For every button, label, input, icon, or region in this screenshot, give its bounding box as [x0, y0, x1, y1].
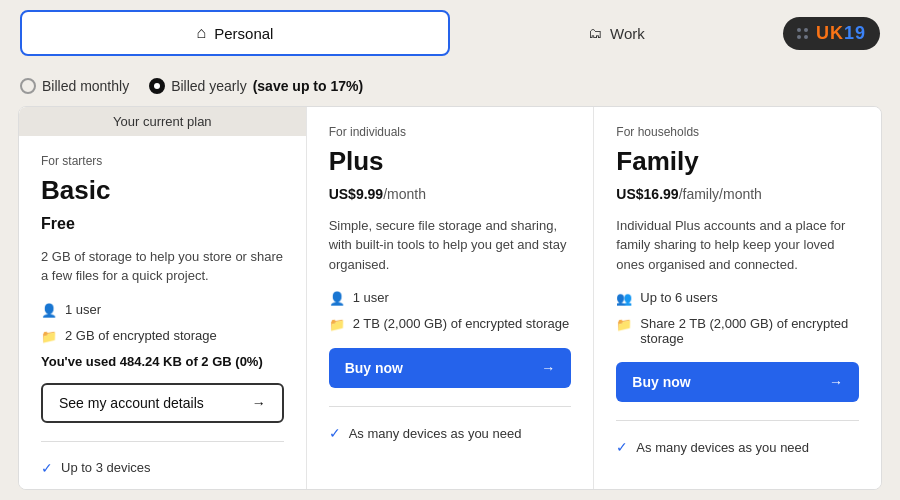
plan-plus-extra: ✓ As many devices as you need	[329, 425, 572, 441]
arrow-right-icon: →	[252, 395, 266, 411]
billing-monthly-label: Billed monthly	[42, 78, 129, 94]
plan-family-tier: For households	[616, 125, 859, 139]
plan-plus-price-amount: US$9.99	[329, 186, 383, 202]
billing-yearly-label: Billed yearly	[171, 78, 246, 94]
user-icon: 👤	[329, 291, 345, 306]
plan-family-feature-1-text: Share 2 TB (2,000 GB) of encrypted stora…	[640, 316, 859, 346]
tab-work[interactable]: 🗂 Work	[460, 13, 773, 54]
tab-personal-label: Personal	[214, 25, 273, 42]
plan-plus-buy-button[interactable]: Buy now →	[329, 348, 572, 388]
plan-plus-tier: For individuals	[329, 125, 572, 139]
billing-section: Billed monthly Billed yearly (save up to…	[0, 66, 900, 106]
plan-family: For households Family US$16.99/family/mo…	[594, 107, 881, 489]
avatar-text: UK19	[816, 23, 866, 44]
plan-plus-feature-0: 👤 1 user	[329, 290, 572, 306]
plan-family-feature-1: 📁 Share 2 TB (2,000 GB) of encrypted sto…	[616, 316, 859, 346]
tab-work-label: Work	[610, 25, 645, 42]
plan-plus-description: Simple, secure file storage and sharing,…	[329, 216, 572, 275]
billing-yearly-option[interactable]: Billed yearly (save up to 17%)	[149, 78, 363, 94]
plan-plus-feature-1-text: 2 TB (2,000 GB) of encrypted storage	[353, 316, 570, 331]
home-icon: ⌂	[197, 24, 207, 42]
plan-family-price-amount: US$16.99	[616, 186, 678, 202]
avatar-badge[interactable]: UK19	[783, 17, 880, 50]
plan-basic-feature-0-text: 1 user	[65, 302, 101, 317]
billing-yearly-save: (save up to 17%)	[253, 78, 363, 94]
plan-plus: For individuals Plus US$9.99/month Simpl…	[307, 107, 595, 489]
plan-plus-buy-label: Buy now	[345, 360, 403, 376]
plan-basic-feature-1-text: 2 GB of encrypted storage	[65, 328, 217, 343]
plans-container: Your current plan For starters Basic Fre…	[18, 106, 882, 490]
plan-family-extra-text: As many devices as you need	[636, 440, 809, 455]
plan-basic-price: Free	[41, 215, 284, 233]
divider	[41, 441, 284, 442]
folder-icon: 📁	[616, 317, 632, 332]
plan-family-name: Family	[616, 147, 859, 176]
plan-basic-extra-text: Up to 3 devices	[61, 460, 151, 475]
check-icon: ✓	[41, 460, 53, 476]
plan-family-price-suffix: /family/month	[679, 186, 762, 202]
check-icon: ✓	[616, 439, 628, 455]
folder-icon: 📁	[329, 317, 345, 332]
plan-family-description: Individual Plus accounts and a place for…	[616, 216, 859, 275]
plan-plus-extra-text: As many devices as you need	[349, 426, 522, 441]
plan-family-buy-label: Buy now	[632, 374, 690, 390]
radio-yearly[interactable]	[149, 78, 165, 94]
current-plan-banner: Your current plan	[19, 107, 306, 136]
plan-family-price: US$16.99/family/month	[616, 186, 859, 202]
arrow-right-icon: →	[541, 360, 555, 376]
briefcase-icon: 🗂	[588, 25, 602, 41]
arrow-right-icon: →	[829, 374, 843, 390]
tab-personal[interactable]: ⌂ Personal	[20, 10, 450, 56]
plan-plus-feature-0-text: 1 user	[353, 290, 389, 305]
header: ⌂ Personal 🗂 Work UK19	[0, 0, 900, 66]
plan-plus-feature-1: 📁 2 TB (2,000 GB) of encrypted storage	[329, 316, 572, 332]
plan-family-buy-button[interactable]: Buy now →	[616, 362, 859, 402]
radio-monthly[interactable]	[20, 78, 36, 94]
folder-icon: 📁	[41, 329, 57, 344]
plan-basic-tier: For starters	[41, 154, 284, 168]
check-icon: ✓	[329, 425, 341, 441]
divider	[616, 420, 859, 421]
divider	[329, 406, 572, 407]
plan-plus-name: Plus	[329, 147, 572, 176]
plan-basic-usage: You've used 484.24 KB of 2 GB (0%)	[41, 354, 284, 369]
plan-basic-feature-0: 👤 1 user	[41, 302, 284, 318]
plan-plus-price: US$9.99/month	[329, 186, 572, 202]
plan-plus-price-suffix: /month	[383, 186, 426, 202]
see-account-button[interactable]: See my account details →	[41, 383, 284, 423]
user-icon: 👤	[41, 303, 57, 318]
plan-family-extra: ✓ As many devices as you need	[616, 439, 859, 455]
plan-basic-extra: ✓ Up to 3 devices	[41, 460, 284, 476]
plan-basic: Your current plan For starters Basic Fre…	[19, 107, 307, 489]
plan-family-feature-0: 👥 Up to 6 users	[616, 290, 859, 306]
billing-monthly-option[interactable]: Billed monthly	[20, 78, 129, 94]
see-account-label: See my account details	[59, 395, 204, 411]
users-icon: 👥	[616, 291, 632, 306]
plan-basic-feature-1: 📁 2 GB of encrypted storage	[41, 328, 284, 344]
menu-dots	[797, 28, 808, 39]
plan-family-feature-0-text: Up to 6 users	[640, 290, 717, 305]
plan-basic-description: 2 GB of storage to help you store or sha…	[41, 247, 284, 286]
plan-basic-name: Basic	[41, 176, 284, 205]
